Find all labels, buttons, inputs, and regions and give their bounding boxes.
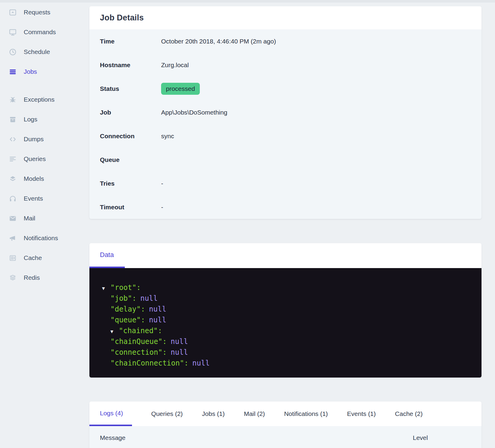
detail-value: Zurg.local [161, 61, 189, 69]
related-tab-bar: Logs (4)Queries (2)Jobs (1)Mail (2)Notif… [89, 402, 482, 426]
detail-value: App\Jobs\DoSomething [161, 109, 227, 116]
table-header-row: Message Level [89, 426, 482, 448]
sidebar-item-events[interactable]: Events [0, 189, 88, 208]
job-details-card: Job Details TimeOctober 20th 2018, 4:46:… [89, 6, 482, 219]
detail-label: Time [100, 38, 161, 45]
detail-row-status: Statusprocessed [89, 77, 482, 100]
sidebar-item-label: Notifications [24, 234, 58, 242]
detail-row-connection: Connectionsync [89, 124, 482, 148]
sidebar-item-queries[interactable]: Queries [0, 149, 88, 169]
sidebar-item-label: Requests [24, 9, 50, 16]
json-line-chainconnection: "chainConnection":null [89, 358, 482, 369]
tab-logs-4[interactable]: Logs (4) [89, 402, 132, 426]
detail-row-time: TimeOctober 20th 2018, 4:46:40 PM (2m ag… [89, 29, 482, 53]
tab-data[interactable]: Data [89, 243, 125, 268]
detail-label: Job [100, 109, 161, 116]
sidebar-item-label: Queries [24, 155, 46, 163]
tab-label: Logs (4) [100, 410, 123, 417]
sidebar-item-jobs[interactable]: Jobs [0, 62, 88, 82]
collapse-arrow-icon[interactable]: ▼ [110, 326, 119, 337]
sidebar-item-schedule[interactable]: Schedule [0, 42, 88, 62]
tab-jobs-1[interactable]: Jobs (1) [202, 402, 225, 426]
sidebar-item-label: Dumps [24, 136, 44, 143]
tab-notifications-1[interactable]: Notifications (1) [284, 402, 328, 426]
sidebar-item-label: Events [24, 195, 43, 202]
json-line-job: "job":null [89, 293, 482, 304]
exceptions-icon [9, 96, 17, 104]
models-icon [9, 175, 17, 183]
sidebar-item-label: Models [24, 175, 44, 182]
queries-icon [9, 155, 17, 163]
json-value: null [171, 348, 188, 357]
sidebar-item-models[interactable]: Models [0, 169, 88, 189]
sidebar-item-commands[interactable]: Commands [0, 22, 88, 42]
tab-label: Events (1) [347, 410, 376, 417]
sidebar-item-notifications[interactable]: Notifications [0, 228, 88, 248]
json-key: "connection": [110, 348, 167, 357]
json-line-queue: "queue":null [89, 315, 482, 325]
sidebar-item-label: Commands [24, 28, 56, 36]
tab-queries-2[interactable]: Queries (2) [151, 402, 183, 426]
sidebar-item-redis[interactable]: Redis [0, 268, 88, 288]
column-header-message: Message [100, 434, 125, 441]
detail-row-timeout: Timeout- [89, 195, 482, 219]
detail-label: Status [100, 85, 161, 92]
detail-row-queue: Queue [89, 148, 482, 172]
detail-value: sync [161, 133, 174, 140]
events-icon [9, 195, 17, 203]
detail-value: - [161, 180, 163, 187]
json-value: null [192, 359, 210, 367]
json-line-delay: "delay":null [89, 304, 482, 315]
json-key: "delay": [110, 305, 145, 313]
tab-label: Notifications (1) [284, 410, 328, 417]
tab-label: Mail (2) [244, 410, 265, 417]
jobs-icon [9, 68, 17, 76]
json-key: "job": [110, 294, 136, 303]
sidebar-item-label: Redis [24, 274, 40, 281]
mail-icon [9, 214, 17, 223]
tab-label: Jobs (1) [202, 410, 225, 417]
tab-label: Cache (2) [395, 410, 423, 417]
json-value: null [171, 337, 188, 346]
json-key: "chained": [119, 327, 162, 335]
sidebar-item-requests[interactable]: Requests [0, 2, 88, 22]
json-viewer: ▼"root":"job":null"delay":null"queue":nu… [89, 268, 482, 378]
json-value: null [149, 305, 166, 313]
tab-label: Queries (2) [151, 410, 183, 417]
sidebar-item-label: Exceptions [24, 96, 55, 103]
tab-mail-2[interactable]: Mail (2) [244, 402, 265, 426]
page: RequestsCommandsScheduleJobsExceptionsLo… [0, 0, 495, 448]
page-title: Job Details [100, 13, 144, 22]
job-details-body: TimeOctober 20th 2018, 4:46:40 PM (2m ag… [89, 29, 482, 219]
cache-icon [9, 254, 17, 262]
logs-icon [9, 115, 17, 124]
tab-cache-2[interactable]: Cache (2) [395, 402, 423, 426]
json-line-chainqueue: "chainQueue":null [89, 336, 482, 347]
commands-icon [9, 28, 17, 36]
collapse-arrow-icon[interactable]: ▼ [102, 283, 110, 294]
status-badge: processed [161, 83, 200, 95]
detail-label: Connection [100, 133, 161, 140]
json-key: "chainConnection": [110, 359, 188, 367]
detail-label: Hostname [100, 61, 161, 69]
json-key: "chainQueue": [110, 337, 167, 346]
detail-label: Timeout [100, 204, 161, 211]
data-tab-bar: Data [89, 243, 482, 268]
json-key: "root": [110, 283, 141, 292]
sidebar-item-logs[interactable]: Logs [0, 109, 88, 129]
sidebar-item-dumps[interactable]: Dumps [0, 129, 88, 149]
json-value: null [149, 316, 166, 324]
tab-events-1[interactable]: Events (1) [347, 402, 376, 426]
tab-data-label: Data [100, 251, 114, 259]
json-line-connection: "connection":null [89, 347, 482, 358]
sidebar-item-label: Logs [24, 116, 38, 123]
sidebar-item-cache[interactable]: Cache [0, 248, 88, 268]
top-strip [0, 0, 495, 2]
column-header-level: Level [413, 434, 428, 441]
sidebar-item-mail[interactable]: Mail [0, 208, 88, 228]
schedule-icon [9, 48, 17, 56]
sidebar-item-exceptions[interactable]: Exceptions [0, 90, 88, 109]
detail-row-tries: Tries- [89, 172, 482, 195]
sidebar-nav: RequestsCommandsScheduleJobsExceptionsLo… [0, 2, 88, 288]
json-value: null [140, 294, 158, 303]
